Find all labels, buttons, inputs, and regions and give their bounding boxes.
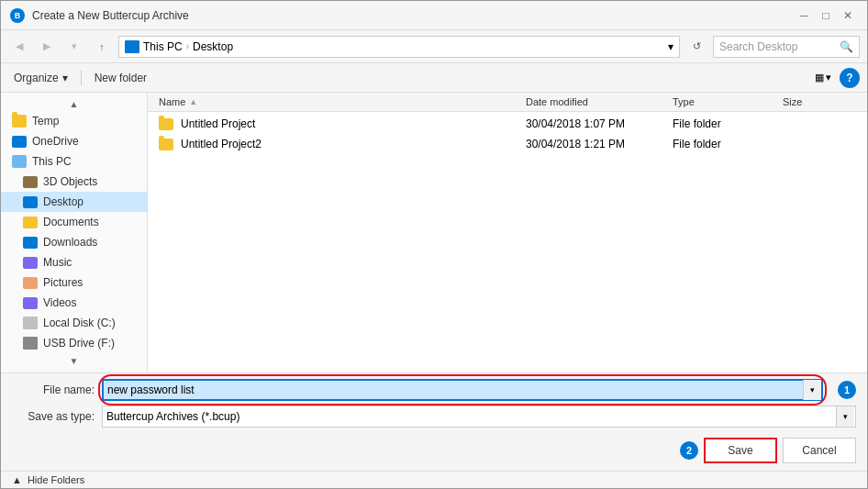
sidebar-scroll-down[interactable]: ▼ (1, 353, 147, 368)
file-name-cell: Untitled Project2 (159, 138, 526, 150)
sidebar-item-music[interactable]: Music (1, 252, 147, 272)
folder-icon (12, 115, 27, 128)
filetype-wrapper: Buttercup Archives (*.bcup) ▾ (102, 406, 856, 428)
organize-button[interactable]: Organize ▾ (8, 70, 73, 86)
filename-dropdown-arrow[interactable]: ▾ (803, 380, 821, 400)
file-folder-icon (159, 118, 173, 130)
breadcrumb-dropdown: ▾ (668, 40, 673, 53)
table-row[interactable]: Untitled Project 30/04/2018 1:07 PM File… (148, 114, 867, 134)
file-folder-icon (159, 139, 173, 150)
breadcrumb-separator-1: › (186, 41, 189, 51)
sidebar-item-local-disk[interactable]: Local Disk (C:) (1, 313, 147, 333)
main-content: ▲ Temp OneDrive This PC 3D Objects (1, 93, 867, 372)
organize-label: Organize (14, 72, 59, 84)
scroll-up-icon: ▲ (70, 99, 79, 109)
usb-icon (23, 337, 38, 350)
save-button[interactable]: Save (704, 438, 777, 463)
desktop-icon (23, 196, 38, 208)
scroll-down-icon: ▼ (70, 356, 79, 366)
filetype-label: Save as type: (12, 410, 95, 423)
title-bar-controls: ─ □ ✕ (794, 6, 858, 26)
sidebar-item-label: Music (43, 256, 72, 269)
chevron-down-icon: ▾ (810, 385, 815, 395)
sidebar-item-temp[interactable]: Temp (1, 111, 147, 131)
sidebar-item-label: Desktop (43, 195, 83, 208)
this-pc-icon (12, 155, 27, 168)
sidebar-item-label: This PC (32, 155, 72, 168)
sidebar-item-3d-objects[interactable]: 3D Objects (1, 172, 147, 192)
file-date-cell: 30/04/2018 1:07 PM (526, 117, 673, 130)
navigation-toolbar: ◀ ▶ ▾ ↑ This PC › Desktop ▾ ↺ Search Des… (1, 30, 867, 63)
back-button[interactable]: ◀ (8, 36, 30, 58)
forward-icon: ▶ (43, 40, 50, 52)
file-date-cell: 30/04/2018 1:21 PM (526, 138, 673, 150)
close-button[interactable]: ✕ (838, 6, 858, 26)
file-type-cell: File folder (673, 117, 783, 130)
organize-arrow: ▾ (62, 72, 68, 84)
minimize-button[interactable]: ─ (794, 6, 814, 26)
app-icon: B (10, 8, 25, 23)
sidebar-item-label: Temp (32, 115, 59, 128)
file-name-text: Untitled Project2 (181, 138, 262, 150)
3d-objects-icon (23, 176, 38, 188)
header-name: Name ▲ (159, 96, 526, 107)
music-icon (23, 257, 38, 269)
save-label: Save (728, 444, 752, 457)
filename-label: File name: (12, 383, 95, 396)
chevron-up-icon: ▲ (12, 474, 22, 485)
sidebar: ▲ Temp OneDrive This PC 3D Objects (1, 93, 148, 372)
sidebar-item-videos[interactable]: Videos (1, 293, 147, 313)
up-button[interactable]: ↑ (91, 36, 113, 58)
forward-button[interactable]: ▶ (36, 36, 58, 58)
dialog-title: Create a New Buttercup Archive (32, 9, 189, 22)
drive-icon (23, 317, 38, 329)
back-icon: ◀ (16, 40, 23, 52)
action-separator (81, 71, 82, 85)
breadcrumb-desktop: Desktop (193, 40, 233, 53)
title-bar: B Create a New Buttercup Archive ─ □ ✕ (1, 1, 867, 30)
sidebar-item-this-pc[interactable]: This PC (1, 151, 147, 172)
sidebar-item-label: Documents (43, 216, 99, 228)
file-list: Untitled Project 30/04/2018 1:07 PM File… (148, 112, 867, 372)
file-list-container: Name ▲ Date modified Type Size Untitled … (148, 93, 867, 372)
filetype-select[interactable]: Buttercup Archives (*.bcup) (102, 406, 856, 428)
help-button[interactable]: ? (840, 68, 860, 88)
pictures-icon (23, 277, 38, 289)
filename-input[interactable] (102, 379, 823, 401)
sidebar-item-usb-drive[interactable]: USB Drive (F:) (1, 333, 147, 353)
sidebar-item-documents[interactable]: Documents (1, 212, 147, 232)
filetype-dropdown-arrow[interactable]: ▾ (836, 406, 854, 427)
refresh-icon: ↺ (693, 40, 701, 52)
dropdown-nav-button[interactable]: ▾ (63, 36, 85, 58)
sort-arrow: ▲ (189, 97, 197, 106)
sidebar-item-downloads[interactable]: Downloads (1, 232, 147, 252)
refresh-button[interactable]: ↺ (685, 36, 707, 58)
sidebar-item-label: Local Disk (C:) (43, 317, 116, 329)
address-bar[interactable]: This PC › Desktop ▾ (118, 36, 680, 58)
sidebar-item-pictures[interactable]: Pictures (1, 272, 147, 293)
callout-1: 1 (838, 381, 856, 399)
search-bar[interactable]: Search Desktop 🔍 (713, 36, 860, 58)
callout-2: 2 (680, 441, 698, 460)
hide-folders-button[interactable]: ▲ Hide Folders (12, 474, 84, 485)
help-label: ? (846, 72, 852, 84)
maximize-button[interactable]: □ (816, 6, 836, 26)
breadcrumb-dropdown-arrow: ▾ (668, 40, 673, 53)
header-type: Type (673, 96, 783, 107)
title-bar-left: B Create a New Buttercup Archive (10, 8, 189, 23)
header-size: Size (783, 96, 856, 107)
filename-row: File name: ▾ 1 (12, 379, 856, 401)
documents-icon (23, 217, 38, 228)
view-button[interactable]: ▦ ▾ (810, 69, 836, 86)
sidebar-item-label: Videos (43, 296, 76, 309)
header-name-text: Name (159, 96, 185, 107)
pc-icon (125, 40, 139, 53)
new-folder-button[interactable]: New folder (89, 70, 152, 86)
cancel-button[interactable]: Cancel (783, 438, 856, 463)
sidebar-item-desktop[interactable]: Desktop (1, 192, 147, 212)
sidebar-item-onedrive[interactable]: OneDrive (1, 131, 147, 151)
table-row[interactable]: Untitled Project2 30/04/2018 1:21 PM Fil… (148, 134, 867, 154)
sidebar-scroll-up[interactable]: ▲ (1, 96, 147, 111)
search-icon: 🔍 (840, 40, 853, 53)
dialog-window: B Create a New Buttercup Archive ─ □ ✕ ◀… (0, 0, 868, 489)
